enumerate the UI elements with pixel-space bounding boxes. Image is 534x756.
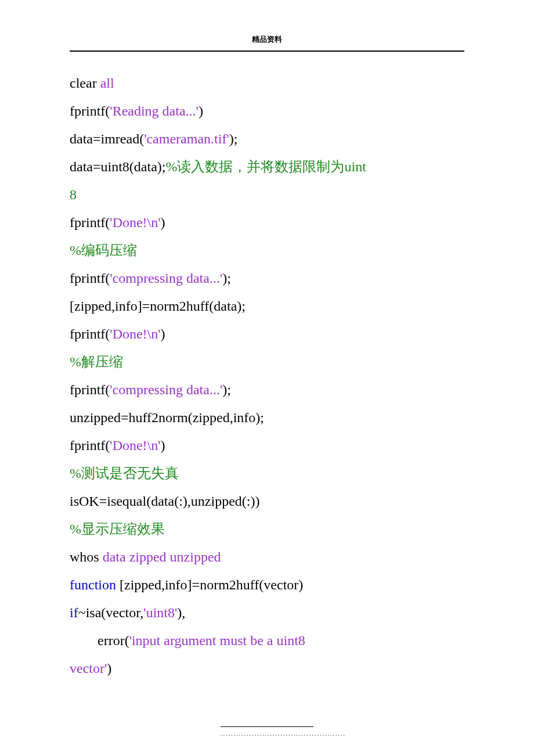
code-line: fprintf('Done!\n') [70,208,464,236]
text-segment: data=uint8(data); [70,159,165,174]
code-line: %显示压缩效果 [70,515,464,543]
text-segment: data=imread( [70,131,144,146]
text-segment: error( [98,633,129,648]
text-segment: ~isa(vector, [78,605,144,620]
code-line: error('input argument must be a uint8 [70,627,464,654]
text-segment: ) [107,661,111,676]
string-literal: 'Done!\n' [110,438,160,453]
text-segment: whos [70,549,103,564]
string-literal: 'Reading data...' [110,103,199,118]
text-segment: ) [161,215,165,230]
code-line: fprintf('compressing data...'); [70,264,464,292]
text-segment: fprintf( [70,326,110,341]
text-segment: fprintf( [70,103,110,118]
keyword-all: all [100,75,114,91]
text-segment: fprintf( [70,438,110,453]
text-segment: [zipped,info]=norm2huff(vector) [120,577,303,592]
string-literal: 'compressing data...' [110,271,222,286]
document-page: 精品资料 clear all fprintf('Reading data...'… [0,0,534,756]
text-segment: isOK=isequal(data(:),unzipped(:)) [70,494,259,509]
code-line: clear all [70,69,464,97]
code-line: [zipped,info]=norm2huff(data); [70,292,464,320]
text-segment: fprintf( [70,382,110,397]
code-line: 8 [70,181,464,208]
string-literal: 'uint8' [143,605,177,620]
code-line: fprintf('Done!\n') [70,431,464,459]
comment: %编码压缩 [70,243,137,258]
keyword-function: function [70,577,120,592]
code-line: %编码压缩 [70,236,464,264]
page-header: 精品资料 [70,32,464,52]
code-line: fprintf('Reading data...') [70,97,464,125]
code-line: vector') [70,654,464,682]
code-line: whos data zipped unzipped [70,543,464,571]
code-line: fprintf('Done!\n') [70,320,464,348]
text-segment: ) [199,103,203,118]
code-line: %解压缩 [70,348,464,376]
code-line: data=imread('cameraman.tif'); [70,125,464,153]
text-segment: ) [161,438,165,453]
code-line: isOK=isequal(data(:),unzipped(:)) [70,487,464,515]
comment: 8 [70,187,77,202]
identifier-list: data zipped unzipped [103,549,221,564]
string-literal: 'input argument must be a uint8 [129,633,309,648]
code-line: data=uint8(data);%读入数据，并将数据限制为uint [70,153,464,181]
code-line: %测试是否无失真 [70,459,464,487]
text-segment: fprintf( [70,215,110,230]
text-segment: ); [222,382,231,397]
text-segment: unzipped=huff2norm(zipped,info); [70,410,264,425]
code-block: clear all fprintf('Reading data...') dat… [70,69,464,682]
text-segment: ); [229,131,238,146]
string-literal: 'compressing data...' [110,382,222,397]
comment: %测试是否无失真 [70,466,179,481]
string-literal: 'Done!\n' [110,215,160,230]
text-segment: fprintf( [70,271,110,286]
text-segment: ) [161,326,165,341]
code-line: if~isa(vector,'uint8'), [70,599,464,627]
string-literal: 'cameraman.tif' [144,131,229,146]
page-footer: ........................................… [221,726,313,740]
text-segment: ); [222,271,231,286]
code-line: fprintf('compressing data...'); [70,376,464,404]
comment: %显示压缩效果 [70,521,165,537]
code-line: function [zipped,info]=norm2huff(vector) [70,571,464,599]
comment: %解压缩 [70,354,123,369]
text-segment: clear [70,75,100,91]
text-segment: ), [177,605,185,620]
keyword-if: if [70,605,78,620]
code-line: unzipped=huff2norm(zipped,info); [70,404,464,431]
comment: %读入数据，并将数据限制为uint [165,159,366,174]
text-segment: [zipped,info]=norm2huff(data); [70,298,246,314]
string-literal: 'Done!\n' [110,326,160,341]
string-literal: vector' [70,661,107,676]
